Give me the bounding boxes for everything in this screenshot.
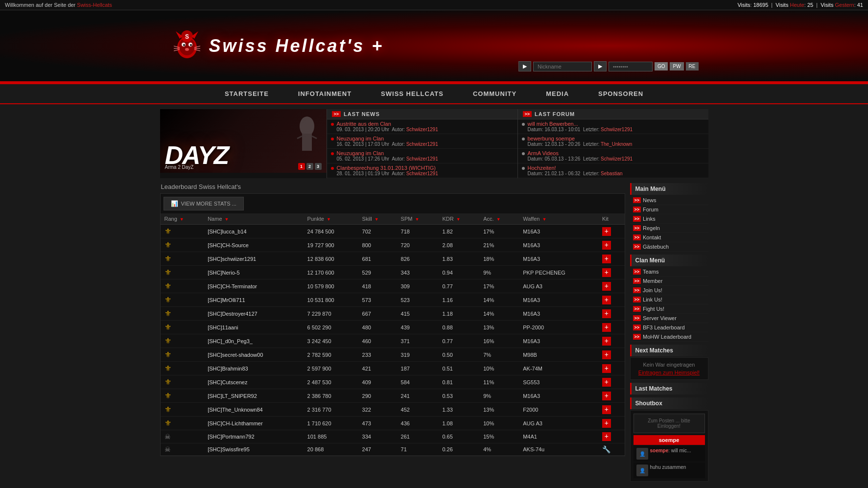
col-acc[interactable]: Acc. ▼ [479,213,519,225]
expand-row-button[interactable]: + [602,364,611,373]
slide-dot-1[interactable]: 1 [298,163,305,170]
sidebar-link-bf3-leaderboard[interactable]: BF3 Leaderboard [643,325,685,330]
player-name[interactable]: [SHC]MrOlli711 [208,297,245,303]
site-link[interactable]: Swiss-Hellcats [77,2,112,8]
forum-title-3[interactable]: ArmA Videos [528,150,633,156]
sidebar-link-regeln[interactable]: Regeln [643,225,660,231]
sidebar-item-mohw-leaderboard[interactable]: >> MoHW Leaderboard [630,332,708,342]
expand-row-button[interactable]: + [602,268,611,277]
sidebar-item-kontakt[interactable]: >> Kontakt [630,233,708,242]
col-spm[interactable]: SPM ▼ [397,213,439,225]
player-name[interactable]: [SHC]CH-Source [208,242,249,248]
sidebar-link-kontakt[interactable]: Kontakt [643,234,661,240]
shoutbox-input-area[interactable]: Zum Posten ... bitte Einloggen! [633,414,705,433]
player-name[interactable]: [SHC]11aani [208,325,238,330]
nav-startseite[interactable]: STARTSEITE [210,84,283,103]
sidebar-item-teams[interactable]: >> Teams [630,267,708,277]
col-punkte[interactable]: Punkte ▼ [304,213,358,225]
sidebar-item-fight-us[interactable]: >> Fight Us! [630,304,708,314]
player-name[interactable]: [SHC]LT_SNIPER92 [208,393,257,399]
player-name[interactable]: [SHC]The_Unknown84 [208,407,263,413]
forum-content-4: Hochzeiten! Datum: 21.02.13 - 06:32 Letz… [528,165,623,176]
sidebar-link-gaestebuch[interactable]: Gästebuch [643,244,669,250]
news-title-3[interactable]: Neuzugang im Clan [337,150,438,156]
login-go-button[interactable]: GO [655,62,668,70]
expand-row-button[interactable]: + [602,392,611,400]
slide-dot-3[interactable]: 3 [315,163,322,170]
sidebar-item-forum[interactable]: >> Forum [630,205,708,214]
player-name[interactable]: [SHC]Cutscenez [208,379,247,385]
player-name[interactable]: [SHC]secret-shadow00 [208,352,263,358]
nav-infotainment[interactable]: INFOTAINMENT [283,84,366,103]
wrench-icon[interactable]: 🔧 [602,445,610,453]
expand-row-button[interactable]: + [602,296,611,304]
eagle-rank-icon: ⚜ [164,296,171,304]
register-button[interactable]: RE [686,62,699,70]
forum-title-2[interactable]: bewerbung soempe [528,136,633,141]
sidebar-item-links[interactable]: >> Links [630,214,708,224]
forum-title-1[interactable]: will mich Bewerben... [528,121,633,127]
nav-swiss-hellcats[interactable]: SWISS HELLCATS [366,84,458,103]
expand-row-button[interactable]: + [602,432,611,441]
expand-row-button[interactable]: + [602,227,611,236]
sidebar-item-gaestebuch[interactable]: >> Gästebuch [630,242,708,252]
expand-row-button[interactable]: + [602,282,611,291]
nav-sponsoren[interactable]: SPONSOREN [584,84,658,103]
expand-row-button[interactable]: + [602,241,611,250]
sidebar-item-link-us[interactable]: >> Link Us! [630,295,708,304]
player-name[interactable]: [SHC]lucca_b14 [208,229,247,234]
sidebar-item-member[interactable]: >> Member [630,277,708,286]
expand-row-button[interactable]: + [602,309,611,318]
nav-community[interactable]: COMMUNITY [458,84,531,103]
next-matches-link[interactable]: Eintragen zum Heimspiel! [634,370,704,375]
sidebar-link-link-us[interactable]: Link Us! [643,297,662,302]
sidebar-link-news[interactable]: News [643,197,657,203]
sidebar-link-join-us[interactable]: Join Us! [643,287,662,293]
slide-dot-2[interactable]: 2 [306,163,313,170]
expand-row-button[interactable]: + [602,350,611,359]
view-more-stats-button[interactable]: 📊 VIEW MORE STATS ... [164,197,244,210]
player-name[interactable]: [SHC]_d0n_Peg3_ [208,338,253,344]
col-name[interactable]: Name ▼ [204,213,303,225]
player-name[interactable]: [SHC]schwiizer1291 [208,256,256,262]
sidebar-item-server-viewer[interactable]: >> Server Viewer [630,314,708,323]
col-rang[interactable]: Rang ▼ [161,213,204,225]
forgot-pw-button[interactable]: PW [670,62,683,70]
player-name[interactable]: [SHC]CH-Terminator [208,283,257,289]
sidebar-link-fight-us[interactable]: Fight Us! [643,306,664,312]
player-name[interactable]: [SHC]Destroyer4127 [208,311,258,317]
sidebar-item-join-us[interactable]: >> Join Us! [630,286,708,295]
expand-row-button[interactable]: + [602,323,611,332]
sidebar-item-bf3-leaderboard[interactable]: >> BF3 Leaderboard [630,323,708,332]
col-kdr[interactable]: KDR ▼ [438,213,479,225]
expand-row-button[interactable]: + [602,378,611,387]
news-title-2[interactable]: Neuzugang im Clan [337,136,438,141]
visits-info: Visits: 18695 | Visits Heute: 25 | Visit… [737,2,863,8]
news-title-1[interactable]: Austritte aus dem Clan [337,121,438,127]
sidebar-link-links[interactable]: Links [643,216,656,222]
player-name[interactable]: [SHC]Brahmin83 [208,366,248,372]
sidebar-link-teams[interactable]: Teams [643,269,658,275]
news-title-4[interactable]: Clanbesprechung 31.01.2013 (WICHTIG) [337,165,438,171]
sidebar-link-server-viewer[interactable]: Server Viewer [643,315,677,321]
col-skill[interactable]: Skill ▼ [358,213,397,225]
sidebar-item-regeln[interactable]: >> Regeln [630,224,708,233]
player-name[interactable]: [SHC]Nerio-5 [208,270,239,276]
sidebar-link-forum[interactable]: Forum [643,207,658,212]
sidebar-link-member[interactable]: Member [643,278,662,284]
expand-row-button[interactable]: + [602,255,611,263]
col-waffen[interactable]: Waffen ▼ [519,213,598,225]
sidebar-item-news[interactable]: >> News [630,196,708,205]
sidebar-link-mohw-leaderboard[interactable]: MoHW Leaderboard [643,334,691,340]
forum-title-4[interactable]: Hochzeiten! [528,165,623,171]
player-name[interactable]: [SHC]Swissfire95 [208,446,250,452]
expand-row-button[interactable]: + [602,337,611,346]
expand-row-button[interactable]: + [602,419,611,428]
expand-row-button[interactable]: + [602,405,611,414]
shoutbox-user-button[interactable]: soempe [633,435,705,445]
nav-media[interactable]: MEDIA [531,84,584,103]
player-name[interactable]: [SHC]CH-Lichthammer [208,420,262,426]
player-name[interactable]: [SHC]Portmann792 [208,434,254,440]
nickname-input[interactable] [533,62,592,71]
password-input[interactable] [609,62,653,71]
